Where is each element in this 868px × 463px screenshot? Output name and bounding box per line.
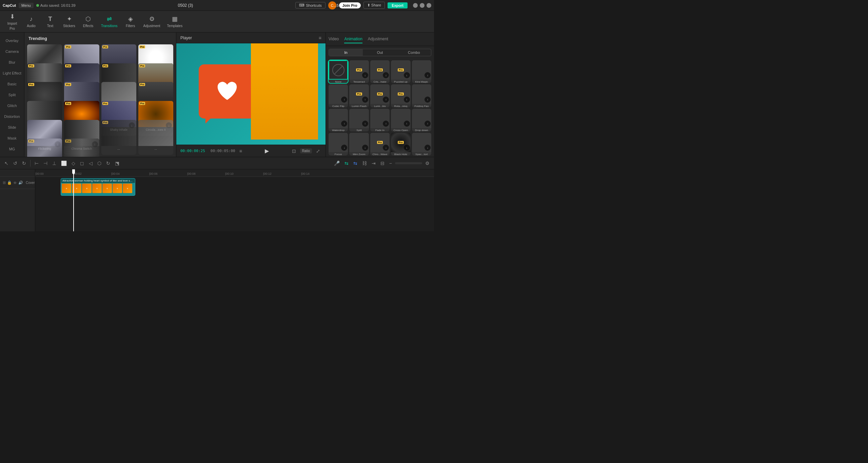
effect-spac-tort[interactable]: Spac...tort ↓ (412, 133, 431, 155)
download-icon[interactable]: ↓ (362, 145, 368, 151)
effect-puzzled-up[interactable]: Pro Puzzled up ↓ (391, 60, 410, 83)
effect-kira-magic[interactable]: Kira Magic ↓ (412, 60, 431, 83)
split-button[interactable]: ⊢ (33, 160, 40, 167)
sidebar-item-basic[interactable]: Basic (1, 79, 23, 89)
transition-row4-4[interactable]: ... Pro (64, 139, 99, 157)
track-icon-lock[interactable]: 🔒 (7, 181, 12, 185)
microphone-button[interactable]: 🎤 (332, 160, 341, 167)
shortcuts-button[interactable]: ⌨ Shortcuts (295, 2, 325, 8)
transition-row4-1[interactable]: ... Pro (101, 120, 136, 155)
freeze-button[interactable]: ◻ (78, 160, 86, 167)
export-button[interactable]: Export (388, 2, 408, 8)
effect-fade-in[interactable]: Fade In ↓ (370, 109, 390, 131)
track-connect-2[interactable]: ⇆ (352, 160, 359, 167)
in-button[interactable]: In (329, 49, 363, 56)
effect-lumin-flash[interactable]: Pro Lumin Flash ↓ (349, 84, 369, 107)
sidebar-item-distortion[interactable]: Distortion (1, 112, 23, 121)
expand-icon[interactable]: ⤢ (315, 148, 321, 154)
window-maximize[interactable] (420, 3, 425, 8)
effect-lumitrix[interactable]: Pro Lumi...trix ↓ (370, 84, 390, 107)
marker-button[interactable]: ◇ (70, 160, 77, 167)
tool-import-pro[interactable]: ⬇ Import Pro (3, 12, 22, 32)
zoom-out-button[interactable]: − (388, 160, 394, 167)
tool-audio[interactable]: ♪ Audio (22, 14, 41, 29)
effect-chro-wave[interactable]: Pro Chro...Wave ↓ (370, 133, 390, 155)
list-view-button[interactable]: ≡ (238, 148, 243, 154)
fullscreen-icon[interactable]: ⊡ (291, 148, 297, 154)
effect-split[interactable]: Split ↓ (349, 109, 369, 131)
tab-adjustment[interactable]: Adjustment (368, 35, 388, 43)
caption-button[interactable]: ⊟ (379, 160, 386, 167)
download-icon[interactable]: ↓ (404, 145, 410, 151)
split-track-button[interactable]: ⇥ (370, 160, 377, 167)
video-clip[interactable]: Attractive woman holding heart symbol of… (61, 178, 135, 196)
effect-waterdrop[interactable]: Waterdrop ↓ (329, 109, 348, 131)
effect-focus[interactable]: Focus ↓ (329, 133, 348, 155)
sidebar-item-camera[interactable]: Camera (1, 47, 23, 56)
download-icon[interactable]: ↓ (425, 97, 431, 103)
auto-snap-button[interactable]: ◁ (87, 160, 94, 167)
download-icon[interactable]: ↓ (362, 121, 368, 127)
sidebar-item-split[interactable]: Split (1, 90, 23, 100)
split-h-button[interactable]: ⊥ (51, 160, 58, 167)
effect-rota-ning[interactable]: Pro Rota...ning ↓ (391, 84, 410, 107)
effect-folding-fan[interactable]: Folding Fan ↓ (412, 84, 431, 107)
effect-none[interactable]: None (329, 60, 348, 83)
download-icon[interactable]: ↓ (404, 121, 410, 127)
download-icon[interactable]: ↓ (362, 72, 368, 78)
transform-button[interactable]: ⬡ (96, 160, 103, 167)
download-icon[interactable]: ↓ (341, 97, 347, 103)
tool-text[interactable]: T Text (41, 14, 60, 29)
download-icon[interactable]: ↓ (383, 97, 389, 103)
track-icon-grid[interactable]: ⊞ (3, 181, 6, 185)
split-v-button[interactable]: ⊣ (42, 160, 49, 167)
effect-black-hole[interactable]: Pro Black Hole ↓ (391, 133, 410, 155)
user-avatar[interactable]: C...5 (328, 1, 336, 9)
effect-cross-open[interactable]: Cross Open ↓ (391, 109, 410, 131)
settings-icon[interactable]: ⚙ (423, 160, 431, 167)
download-icon[interactable]: ↓ (362, 97, 368, 103)
combo-button[interactable]: Combo (397, 49, 431, 56)
window-minimize[interactable] (413, 3, 418, 8)
sidebar-item-overlay[interactable]: Overlay (1, 36, 23, 45)
rotate-button[interactable]: ↻ (104, 160, 112, 167)
effect-tesseract[interactable]: Pro Tesseract ↓ (349, 60, 369, 83)
download-icon[interactable]: ↓ (404, 72, 410, 78)
tool-stickers[interactable]: ✦ Stickers (60, 14, 79, 29)
tab-video[interactable]: Video (329, 35, 339, 43)
transition-row4-2[interactable]: ... (138, 120, 173, 155)
track-icon-audio[interactable]: 🔊 (18, 181, 23, 185)
sidebar-item-slide[interactable]: Slide (1, 123, 23, 132)
effect-mini-zoom[interactable]: Mini Zoom ↓ (349, 133, 369, 155)
tool-adjustment[interactable]: ⚙ Adjustment (140, 14, 164, 29)
sidebar-item-mask[interactable]: Mask (1, 133, 23, 143)
download-icon[interactable]: ↓ (404, 97, 410, 103)
play-button[interactable]: ▶ (265, 148, 269, 154)
effect-drop-down[interactable]: Drop down ↓ (412, 109, 431, 131)
redo-button[interactable]: ↻ (20, 160, 28, 167)
player-menu-icon[interactable]: ≡ (319, 35, 321, 41)
tool-filters[interactable]: ◈ Filters (121, 14, 140, 29)
ratio-button[interactable]: Ratio (300, 148, 312, 153)
effect-cris-hake[interactable]: Pro Cris...hake ↓ (370, 60, 390, 83)
track-icon-eye[interactable]: 👁 (13, 181, 17, 185)
effect-cubic-flip[interactable]: Cubic Flip ↓ (329, 84, 348, 107)
share-button[interactable]: ⬆ Share (363, 2, 385, 9)
delete-button[interactable]: ⬜ (59, 160, 68, 167)
tab-animation[interactable]: Animation (344, 35, 362, 43)
download-icon[interactable]: ↓ (383, 121, 389, 127)
window-close[interactable] (427, 3, 431, 8)
menu-button[interactable]: Menu (19, 3, 34, 8)
chain-button[interactable]: ⛓ (360, 160, 369, 167)
tool-effects[interactable]: ⬡ Effects (79, 14, 98, 29)
track-connect-1[interactable]: ⇆ (343, 160, 350, 167)
download-icon[interactable]: ↓ (425, 145, 431, 151)
download-icon[interactable]: ↓ (425, 121, 431, 127)
select-tool[interactable]: ↖ (3, 160, 10, 167)
undo-button[interactable]: ↺ (12, 160, 19, 167)
sidebar-item-blur[interactable]: Blur (1, 58, 23, 67)
transition-row4-3[interactable]: ... Pro (27, 139, 62, 157)
tool-templates[interactable]: ▦ Templates (164, 14, 186, 29)
tool-transitions[interactable]: ⇌ Transitions (98, 14, 121, 29)
sidebar-item-light-effect[interactable]: Light Effect (1, 68, 23, 78)
